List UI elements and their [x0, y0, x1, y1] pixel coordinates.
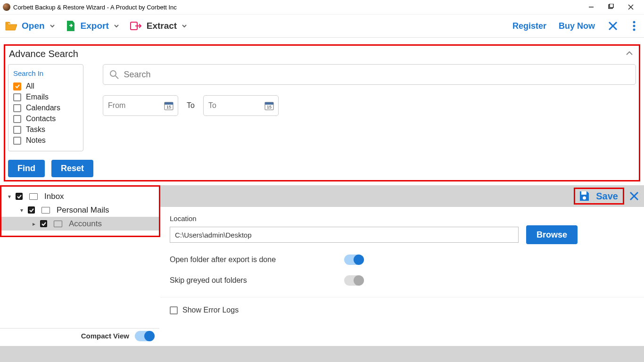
extract-menu[interactable]: Extract [130, 21, 187, 31]
calendar-icon: 15 [164, 100, 174, 111]
svg-point-11 [110, 71, 116, 76]
svg-text:15: 15 [166, 105, 171, 109]
tree-item-accounts[interactable]: ▸ Accounts [1, 217, 159, 230]
open-menu[interactable]: Open [5, 21, 55, 31]
minimize-button[interactable] [586, 1, 597, 13]
svg-rect-2 [610, 4, 613, 8]
checkbox-icon [13, 137, 21, 145]
search-in-tasks[interactable]: Tasks [13, 125, 78, 134]
svg-line-12 [116, 76, 118, 79]
checkbox-checked-icon[interactable] [16, 193, 23, 200]
titlebar: Corbett Backup & Restore Wizard - A Prod… [0, 0, 644, 14]
folder-open-icon [5, 21, 17, 31]
extract-icon [130, 21, 142, 31]
checkbox-checked-icon[interactable] [28, 206, 35, 214]
search-in-calendars[interactable]: Calendars [13, 104, 78, 112]
tree-item-label: Personal Mails [57, 206, 109, 215]
checkbox-icon [13, 93, 21, 101]
search-in-contacts-label: Contacts [26, 115, 56, 123]
search-in-contacts[interactable]: Contacts [13, 115, 78, 123]
buy-now-link[interactable]: Buy Now [559, 21, 595, 31]
action-bar: Save [160, 185, 644, 207]
search-in-notes[interactable]: Notes [13, 136, 78, 145]
close-button[interactable] [625, 1, 636, 13]
svg-point-8 [633, 21, 636, 24]
compact-view-toggle[interactable] [135, 331, 155, 341]
chevron-down-icon [50, 23, 55, 29]
date-to-input[interactable] [208, 101, 256, 110]
search-in-notes-label: Notes [26, 136, 46, 145]
open-label: Open [22, 21, 45, 31]
compact-view-bar: Compact View [0, 328, 159, 343]
close-panel-button[interactable] [629, 191, 639, 201]
checkbox-icon [13, 126, 21, 134]
skip-greyed-toggle[interactable] [344, 275, 364, 286]
chevron-down-icon [114, 23, 119, 29]
tree-item-inbox[interactable]: ▾ Inbox [1, 189, 159, 203]
save-highlight: Save [574, 188, 624, 205]
location-label: Location [170, 214, 635, 222]
folder-tree: ▾ Inbox ▾ Personal Mails ▸ Accounts [0, 185, 160, 237]
extract-label: Extract [147, 21, 177, 31]
checkbox-icon [13, 104, 21, 112]
search-in-tasks-label: Tasks [26, 125, 45, 134]
tree-item-label: Inbox [44, 192, 64, 201]
save-icon [578, 190, 590, 202]
export-label: Export [81, 21, 109, 31]
maximize-button[interactable] [605, 1, 617, 13]
toolbar: Open Export Extract Register Buy Now [0, 14, 644, 38]
checkbox-checked-icon[interactable] [40, 220, 47, 227]
search-input-wrapper[interactable] [103, 64, 636, 85]
reset-button[interactable]: Reset [51, 160, 93, 177]
expand-icon[interactable]: ▸ [32, 221, 36, 227]
location-input[interactable] [170, 227, 519, 243]
export-menu[interactable]: Export [66, 20, 119, 32]
register-link[interactable]: Register [512, 21, 546, 31]
search-in-all-label: All [26, 82, 34, 90]
date-from-field[interactable]: 15 [103, 95, 178, 116]
more-menu[interactable] [631, 20, 637, 32]
advance-search-panel: Advance Search Search In All Emails Cale… [4, 44, 640, 181]
collapse-button[interactable] [626, 50, 633, 56]
search-in-box: Search In All Emails Calendars Contacts … [8, 64, 83, 151]
skip-greyed-label: Skip greyed out folders [170, 276, 344, 285]
date-to-field[interactable]: 15 [203, 95, 279, 116]
chevron-down-icon [182, 23, 187, 29]
save-label: Save [596, 191, 618, 202]
show-error-logs-checkbox[interactable] [170, 306, 178, 314]
file-export-icon [66, 20, 76, 32]
search-icon [109, 69, 119, 80]
search-in-title: Search In [13, 69, 78, 77]
app-icon [3, 3, 10, 11]
show-error-logs-label: Show Error Logs [182, 306, 239, 314]
status-bar [0, 346, 644, 362]
checkbox-icon [13, 115, 21, 123]
expand-icon[interactable]: ▾ [7, 193, 12, 200]
checkbox-checked-icon [13, 82, 21, 90]
browse-button[interactable]: Browse [526, 225, 578, 244]
search-input[interactable] [124, 70, 630, 80]
search-in-all[interactable]: All [13, 82, 78, 90]
svg-point-20 [583, 197, 586, 200]
save-button[interactable]: Save [578, 190, 618, 202]
open-after-toggle[interactable] [344, 255, 364, 265]
svg-point-10 [633, 29, 636, 31]
close-x-button[interactable] [607, 20, 619, 32]
search-in-emails-label: Emails [26, 93, 49, 101]
folder-icon [29, 193, 38, 200]
expand-icon[interactable]: ▾ [19, 207, 24, 214]
folder-icon [54, 221, 62, 227]
svg-point-9 [633, 25, 636, 27]
advance-search-title: Advance Search [9, 49, 635, 59]
find-button[interactable]: Find [8, 160, 45, 177]
date-from-input[interactable] [108, 101, 155, 110]
tree-item-label: Accounts [69, 219, 102, 229]
search-in-emails[interactable]: Emails [13, 93, 78, 101]
folder-icon [41, 207, 50, 214]
search-in-calendars-label: Calendars [26, 104, 60, 112]
svg-rect-19 [581, 191, 586, 195]
window-title: Corbett Backup & Restore Wizard - A Prod… [13, 4, 177, 11]
to-label: To [187, 101, 195, 110]
tree-item-personal-mails[interactable]: ▾ Personal Mails [1, 203, 159, 217]
svg-text:15: 15 [267, 105, 272, 109]
